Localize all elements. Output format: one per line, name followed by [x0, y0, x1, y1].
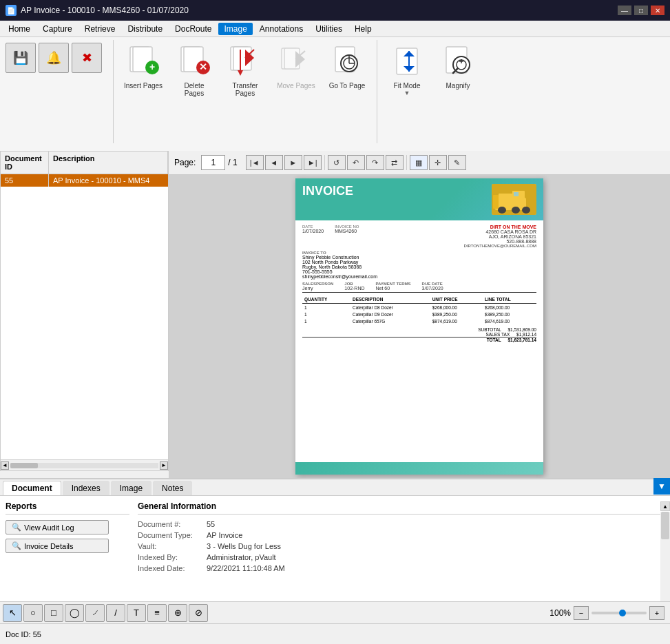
h-scrollbar[interactable]: ◄ ► [1, 459, 168, 470]
document-list-row[interactable]: 55 AP Invoice - 100010 - MMS4 [1, 174, 168, 187]
window-controls[interactable]: — □ ✕ [618, 6, 664, 15]
item1-unit: $268,000.00 [430, 304, 483, 311]
zoom-out-btn[interactable]: − [574, 606, 589, 620]
menu-help[interactable]: Help [349, 23, 377, 35]
first-page-btn[interactable]: |◄ [246, 155, 264, 170]
tab-document[interactable]: Document [3, 481, 61, 495]
page-number-input[interactable] [201, 155, 225, 170]
invoice-details-button[interactable]: 🔍 Invoice Details [6, 539, 109, 553]
zoom-slider[interactable] [592, 612, 647, 614]
pan-btn[interactable]: ✛ [429, 155, 447, 170]
scroll-right-btn[interactable]: ► [160, 461, 168, 470]
h-scroll-thumb[interactable] [10, 463, 38, 468]
titlebar-left: 📄 AP Invoice - 100010 - MMS4260 - 01/07/… [6, 5, 189, 16]
select-btn[interactable]: ▦ [410, 155, 428, 170]
next-page-btn[interactable]: ► [284, 155, 302, 170]
subtotal-row: SUBTOTAL $1,531,869.00 [302, 327, 536, 332]
menu-distribute[interactable]: Distribute [122, 23, 168, 35]
invoice-table: QUANTITY DESCRIPTION UNIT PRICE LINE TOT… [302, 295, 536, 324]
info-panel-toggle[interactable]: ▼ [653, 478, 670, 495]
circle-tool-btn[interactable]: ○ [23, 604, 43, 622]
doc-id-status: Doc ID: 55 [6, 630, 41, 638]
menu-docroute[interactable]: DocRoute [169, 23, 217, 35]
info-scrollbar[interactable]: ▲ ▼ [660, 501, 670, 614]
tab-notes[interactable]: Notes [153, 481, 192, 495]
scroll-thumb[interactable] [661, 512, 669, 539]
doc-type-row: Document Type: AP Invoice [138, 531, 664, 539]
item3-desc: Caterpillar 657G [350, 318, 430, 324]
item3-qty: 1 [302, 318, 350, 324]
menu-utilities[interactable]: Utilities [310, 23, 348, 35]
pen-tool-btn[interactable]: / [106, 604, 125, 622]
tab-indexes[interactable]: Indexes [63, 481, 109, 495]
rotate-right-btn[interactable]: ↷ [366, 155, 384, 170]
h-scroll-track[interactable] [10, 463, 158, 468]
tab-image[interactable]: Image [111, 481, 151, 495]
delete-button[interactable]: ✖ [72, 43, 102, 73]
svg-rect-37 [514, 192, 519, 196]
menu-capture[interactable]: Capture [37, 23, 78, 35]
invoice-title-section: INVOICE [302, 184, 353, 198]
ellipse-tool-btn[interactable]: ◯ [65, 604, 84, 622]
magnify-button[interactable]: Magnify [434, 40, 482, 147]
svg-point-39 [498, 207, 506, 214]
menubar: Home Capture Retrieve Distribute DocRout… [0, 21, 670, 37]
general-info-section: General Information Document #: 55 Docum… [138, 501, 664, 614]
fit-mode-button[interactable]: Fit Mode ▼ [383, 40, 431, 147]
doc-id-cell: 55 [1, 174, 49, 187]
minimize-button[interactable]: — [618, 6, 631, 15]
edit-btn[interactable]: ✎ [448, 155, 466, 170]
item2-total: $389,250.00 [483, 311, 536, 318]
menu-image[interactable]: Image [218, 23, 252, 35]
rotate-left-btn[interactable]: ↶ [347, 155, 365, 170]
zoom-in-btn[interactable]: + [649, 606, 664, 620]
scroll-left-btn[interactable]: ◄ [1, 461, 9, 470]
menu-home[interactable]: Home [3, 23, 36, 35]
invoice-to-section: INVOICE TO Shiny Pebble Construction 102… [302, 251, 536, 279]
invoice-body: DATE 1/07/2020 INVOICE NO MMS4260 DIRT O… [295, 220, 543, 346]
view-audit-log-button[interactable]: 🔍 View Audit Log [6, 520, 109, 534]
invoice-to-phone: 701-555-5555 [302, 269, 536, 274]
stamp-tool-btn[interactable]: ⊕ [168, 604, 187, 622]
delete-pages-button[interactable]: ✕ Delete Pages [170, 40, 218, 147]
maximize-button[interactable]: □ [634, 6, 648, 15]
menu-annotations[interactable]: Annotations [254, 23, 308, 35]
insert-pages-button[interactable]: + Insert Pages [119, 40, 167, 147]
bottom-tab-bar: Document Indexes Image Notes [0, 479, 670, 496]
qty-header: QUANTITY [302, 295, 350, 304]
go-to-page-button[interactable]: Go To Page [323, 40, 371, 147]
pointer-tool-btn[interactable]: ↖ [3, 604, 22, 622]
nav-sep-1 [324, 155, 325, 170]
prev-page-btn[interactable]: ◄ [265, 155, 283, 170]
refresh-btn[interactable]: ↺ [328, 155, 346, 170]
save-button[interactable]: 💾 [6, 43, 36, 73]
window-title: AP Invoice - 100010 - MMS4260 - 01/07/20… [21, 6, 189, 15]
last-page-btn[interactable]: ►| [304, 155, 322, 170]
alert-button[interactable]: 🔔 [39, 43, 69, 73]
search-icon-2: 🔍 [12, 541, 21, 550]
invoice-totals: SUBTOTAL $1,531,869.00 SALES TAX $1,912.… [302, 327, 536, 342]
svg-text:✕: ✕ [199, 61, 207, 72]
text-tool-btn[interactable]: T [127, 604, 146, 622]
rect-tool-btn[interactable]: □ [44, 604, 63, 622]
redact-tool-btn[interactable]: ⊘ [189, 604, 208, 622]
flip-btn[interactable]: ⇄ [386, 155, 404, 170]
invoice-footer [295, 462, 543, 475]
line-tool-btn[interactable]: ⟋ [85, 604, 105, 622]
zoom-slider-thumb[interactable] [619, 610, 626, 616]
desc-header: DESCRIPTION [350, 295, 430, 304]
due-date-field: DUE DATE 3/07/2020 [422, 282, 443, 291]
transfer-pages-button[interactable]: Transfer Pages [221, 40, 269, 147]
invoice-title: INVOICE [302, 184, 353, 198]
scroll-up-btn[interactable]: ▲ [660, 501, 670, 511]
vault-row: Vault: 3 - Wells Dug for Less [138, 542, 664, 550]
list-tool-btn[interactable]: ≡ [147, 604, 167, 622]
menu-retrieve[interactable]: Retrieve [79, 23, 121, 35]
payment-terms-field: PAYMENT TERMS Net 60 [376, 282, 411, 291]
close-button[interactable]: ✕ [651, 6, 664, 15]
item3-unit: $874,619.00 [430, 318, 483, 324]
item1-desc: Caterpillar D8 Dozer [350, 304, 430, 311]
move-pages-button[interactable]: Move Pages [272, 40, 320, 147]
invoice-meta-row: DATE 1/07/2020 INVOICE NO MMS4260 DIRT O… [302, 225, 536, 248]
svg-rect-38 [493, 195, 499, 209]
